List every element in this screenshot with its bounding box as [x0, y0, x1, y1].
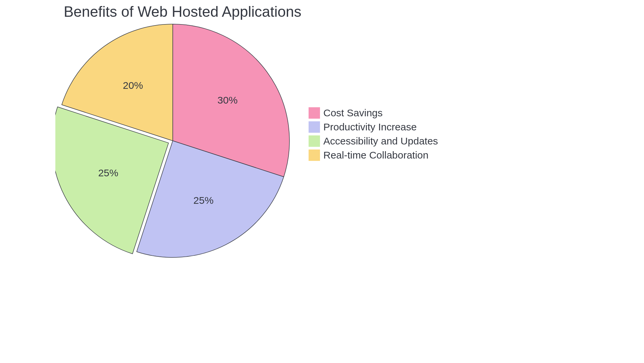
legend-label: Real-time Collaboration [323, 149, 428, 161]
chart-container: Benefits of Web Hosted Applications 30%2… [0, 0, 644, 363]
legend-label: Accessibility and Updates [323, 135, 438, 147]
legend-swatch [309, 107, 320, 119]
legend: Cost SavingsProductivity IncreaseAccessi… [309, 107, 438, 161]
legend-swatch [309, 135, 320, 147]
pie-slice-label: 25% [98, 167, 118, 178]
pie-chart: 30%25%25%20% [55, 23, 290, 258]
legend-item: Cost Savings [309, 107, 438, 119]
pie-slice-label: 20% [123, 80, 143, 91]
pie-slice-label: 30% [217, 95, 237, 106]
legend-item: Real-time Collaboration [309, 149, 438, 161]
pie-slice-label: 25% [194, 195, 214, 206]
legend-item: Productivity Increase [309, 121, 438, 133]
chart-title: Benefits of Web Hosted Applications [64, 3, 302, 20]
legend-swatch [309, 149, 320, 161]
legend-item: Accessibility and Updates [309, 135, 438, 147]
legend-label: Cost Savings [323, 107, 383, 119]
legend-swatch [309, 121, 320, 133]
legend-label: Productivity Increase [323, 121, 417, 133]
